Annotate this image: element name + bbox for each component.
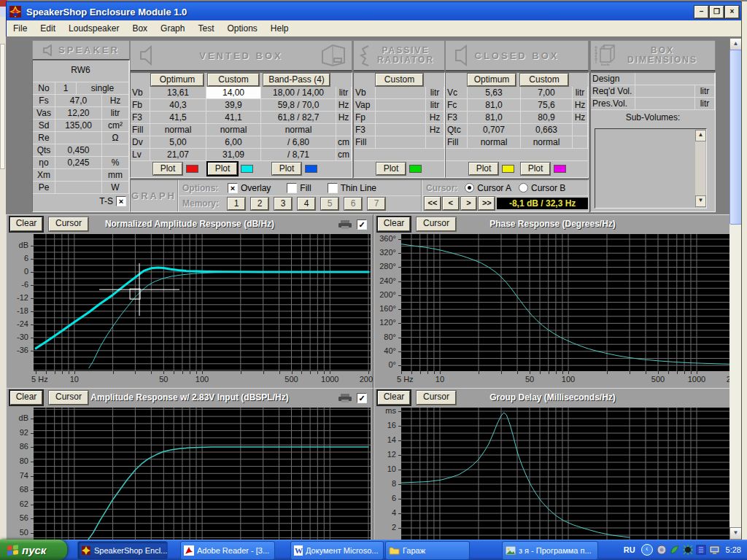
param-value[interactable] [55,169,102,182]
scrollbar-thumb[interactable] [729,50,742,225]
vented-custom-value[interactable]: 6,00 [206,136,261,149]
tray-green-icon[interactable] [670,545,680,555]
plot-area[interactable] [34,234,371,371]
cursor-prev-button[interactable]: < [443,197,459,210]
design-value[interactable] [635,73,715,85]
vented-optimum-value[interactable]: normal [150,124,206,136]
vented-bandpass-value[interactable]: normal [261,124,336,136]
minimize-button[interactable]: – [694,6,708,18]
vented-bandpass-value[interactable]: 18,00 / 14,00 [261,87,336,99]
param-value[interactable]: 135,00 [55,120,102,132]
listbox-scrollbar[interactable]: ▲ ▼ [695,130,705,207]
vented-bandpass-button[interactable]: Band-Pass (4) [263,74,330,86]
menu-help[interactable]: Help [264,22,295,35]
closed-custom-value[interactable]: 7,00 [521,87,573,99]
maximize-button[interactable]: ❐ [710,6,724,18]
param-unit[interactable]: single [77,82,129,95]
tray-network-icon[interactable] [696,545,706,555]
closed-optimum-value[interactable]: 5,63 [468,87,521,99]
vented-optimum-value[interactable]: 21,07 [150,149,206,161]
task-word-document[interactable]: W Документ Microso... [290,541,384,560]
task-adobe-reader[interactable]: Adobe Reader - [3... [180,541,275,560]
vented-custom-value[interactable]: normal [206,124,261,136]
closed-custom-value[interactable]: normal [521,136,573,149]
param-value[interactable]: 0,450 [55,144,102,157]
plot-area[interactable] [401,234,731,371]
ts-checkbox[interactable]: × [116,196,126,206]
close-button[interactable]: × [725,6,739,18]
reqd-vol-value[interactable] [635,85,695,98]
task-image-program[interactable]: з я - Программа п... [502,541,598,560]
vented-bandpass-value[interactable]: / 6,80 [261,136,336,149]
window-titlebar[interactable]: SpeakerShop Enclosure Module 1.0 – ❐ × [6,1,744,22]
vented-optimum-plot-button[interactable]: Plot [153,163,182,175]
task-speakershop[interactable]: SpeakerShop Encl... [77,541,168,560]
vented-custom-value[interactable]: 31,09 [206,149,261,161]
cursor-next-button[interactable]: > [461,197,477,210]
overlay-checkbox[interactable]: × [228,183,238,193]
vented-custom-value[interactable]: 39,9 [206,99,261,112]
cursor-a-radio[interactable] [465,183,474,192]
thin-line-checkbox[interactable] [328,183,338,193]
vented-optimum-value[interactable]: 5,00 [150,136,206,149]
memory-7-button[interactable]: 7 [368,198,385,210]
vented-custom-value[interactable]: 41,1 [206,112,261,124]
scroll-down-icon[interactable]: ▼ [729,527,742,540]
vertical-scrollbar[interactable]: ▲ ▼ [729,38,741,540]
cursor-last-button[interactable]: >> [479,197,495,210]
menu-options[interactable]: Options [220,22,263,35]
memory-5-button[interactable]: 5 [321,198,338,210]
param-value[interactable]: 47,0 [55,95,102,107]
vented-bandpass-value[interactable]: 59,8 / 70,0 [261,99,336,112]
menu-graph[interactable]: Graph [154,22,191,35]
start-button[interactable]: пуск [0,540,67,560]
tray-display-icon[interactable] [709,545,720,555]
closed-optimum-value[interactable]: 81,0 [468,112,521,124]
vented-bandpass-plot-button[interactable]: Plot [272,163,301,175]
memory-1-button[interactable]: 1 [228,198,245,210]
print-checkbox[interactable]: ✓ [357,219,367,230]
menu-box[interactable]: Box [125,22,154,35]
tray-volume-icon[interactable] [657,545,667,555]
closed-custom-button[interactable]: Custom [520,74,568,86]
cursor-b-radio[interactable] [519,183,528,192]
closed-optimum-value[interactable]: 0,707 [468,124,521,136]
tray-chevron-icon[interactable]: ‹ [641,544,653,556]
menu-test[interactable]: Test [191,22,220,35]
plot-area[interactable] [401,408,731,540]
vented-optimum-value[interactable]: 40,3 [150,99,206,112]
print-checkbox[interactable]: ✓ [357,393,367,403]
closed-custom-value[interactable]: 80,9 [521,112,573,124]
memory-2-button[interactable]: 2 [251,198,268,210]
passive-custom-value[interactable] [376,112,426,124]
menu-file[interactable]: File [7,22,34,35]
tray-antivirus-icon[interactable] [683,545,693,555]
menu-edit[interactable]: Edit [34,22,62,35]
passive-custom-value[interactable] [376,99,426,112]
param-value[interactable]: 1 [55,82,77,95]
memory-3-button[interactable]: 3 [274,198,292,210]
vented-custom-plot-button[interactable]: Plot [208,163,237,175]
closed-optimum-button[interactable]: Optimum [468,74,516,86]
sub-volumes-listbox[interactable]: ▲ ▼ [595,128,707,209]
param-value[interactable]: 0,245 [55,157,102,169]
passive-custom-value[interactable] [376,124,426,136]
memory-4-button[interactable]: 4 [298,198,315,210]
vented-custom-value[interactable]: 14,00 [206,87,261,99]
fill-checkbox[interactable] [287,183,297,193]
closed-optimum-value[interactable]: normal [468,136,521,149]
menu-loudspeaker[interactable]: Loudspeaker [62,22,125,35]
plot-area[interactable] [34,408,371,540]
closed-optimum-plot-button[interactable]: Plot [469,163,498,175]
vented-optimum-value[interactable]: 13,61 [150,87,206,99]
closed-custom-value[interactable]: 75,6 [521,99,573,112]
vented-bandpass-value[interactable]: 61,8 / 82,7 [261,112,336,124]
vented-custom-button[interactable]: Custom [208,74,259,86]
memory-6-button[interactable]: 6 [344,198,362,210]
language-indicator[interactable]: RU [624,545,635,554]
driver-name[interactable]: RW6 [33,61,129,82]
task-folder-garage[interactable]: Гараж [385,541,470,560]
closed-optimum-value[interactable]: 81,0 [468,99,521,112]
param-value[interactable] [55,132,102,144]
passive-plot-button[interactable]: Plot [376,163,406,175]
